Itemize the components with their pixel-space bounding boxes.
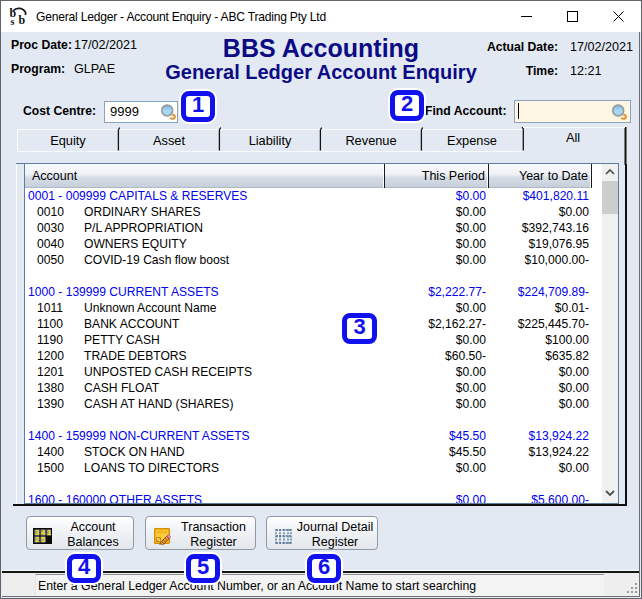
svg-text:b: b	[19, 13, 26, 26]
svg-text:2: 2	[35, 535, 39, 544]
svg-text:1: 1	[47, 528, 51, 537]
svg-text:5: 5	[41, 535, 45, 544]
svg-text:s: s	[11, 16, 15, 26]
